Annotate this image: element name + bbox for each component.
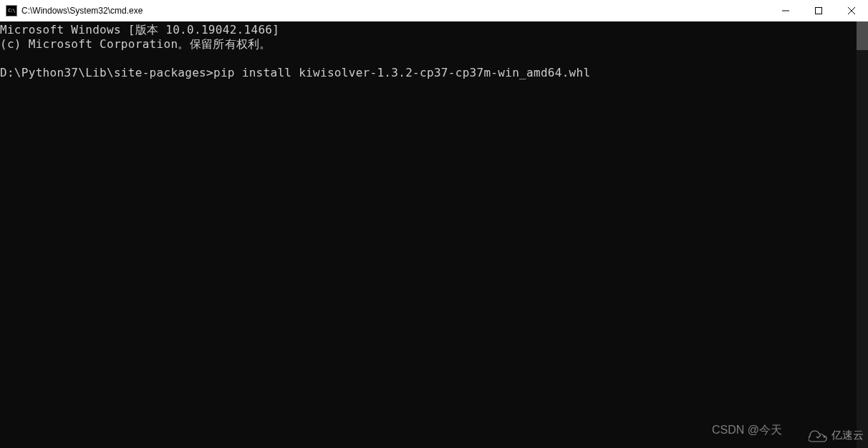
scrollbar-thumb[interactable] — [857, 21, 868, 50]
watermark-cloud: 亿速云 — [809, 428, 864, 442]
terminal-line: Microsoft Windows [版本 10.0.19042.1466] — [0, 23, 279, 36]
minimize-button[interactable] — [769, 0, 802, 21]
cloud-icon — [809, 428, 829, 442]
window-controls — [769, 0, 868, 21]
watermark-cloud-text: 亿速云 — [831, 429, 864, 442]
terminal-command: pip install kiwisolver-1.3.2-cp37-cp37m-… — [213, 66, 590, 79]
window-title: C:\Windows\System32\cmd.exe — [21, 6, 143, 16]
cmd-icon: C:\ — [6, 5, 17, 16]
close-button[interactable] — [835, 0, 868, 21]
terminal-prompt: D:\Python37\Lib\site-packages> — [0, 66, 213, 79]
terminal-line: (c) Microsoft Corporation。保留所有权利。 — [0, 37, 271, 51]
watermark-csdn: CSDN @今天 — [712, 423, 782, 438]
maximize-button[interactable] — [802, 0, 835, 21]
terminal-output: Microsoft Windows [版本 10.0.19042.1466] (… — [0, 21, 868, 80]
svg-rect-1 — [816, 8, 822, 14]
titlebar[interactable]: C:\ C:\Windows\System32\cmd.exe — [0, 0, 868, 21]
scrollbar-vertical[interactable] — [857, 21, 868, 448]
terminal-area[interactable]: Microsoft Windows [版本 10.0.19042.1466] (… — [0, 21, 868, 448]
